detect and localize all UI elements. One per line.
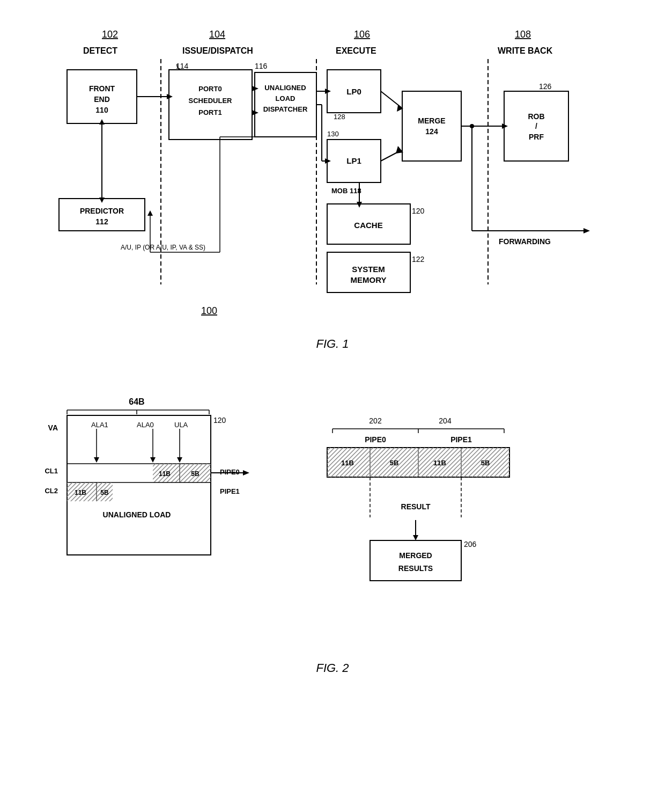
predictor-label: PREDICTOR [80, 207, 124, 215]
ref-114: 114 [176, 62, 189, 70]
ref-122: 122 [412, 255, 425, 264]
label-execute: EXECUTE [336, 46, 376, 55]
merged-results-box [370, 540, 461, 581]
lp0-label: LP0 [346, 87, 361, 96]
cl1-5b-label: 5B [191, 470, 200, 478]
forwarding-label: FORWARDING [499, 237, 551, 246]
merged-label1: MERGED [399, 551, 432, 560]
front-end-ref: 110 [95, 106, 108, 114]
dispatcher-box [255, 72, 316, 137]
cl2-5b-label: 5B [100, 489, 109, 496]
label-write-back: WRITE BACK [498, 46, 553, 55]
lp0-merge-arrow [381, 91, 401, 107]
rob-label: ROB [528, 112, 544, 121]
fig1-svg: 102 104 106 108 DETECT ISSUE/DISPATCH EX… [38, 21, 627, 333]
ref-104: 104 [209, 29, 225, 40]
unaligned-load-label: UNALIGNED LOAD [103, 510, 171, 519]
feedback-arrow-label: A/U, IP (OR A/U, IP, VA & SS) [121, 244, 205, 251]
ula-label: ULA [174, 421, 188, 429]
ref-120-fig2: 120 [213, 416, 226, 425]
ref-204: 204 [439, 416, 452, 425]
prf-label: PRF [529, 133, 544, 141]
cl1-label: CL1 [45, 467, 58, 475]
va-label: VA [48, 423, 58, 432]
result-merged-head [413, 535, 418, 540]
predictor-ref: 112 [95, 217, 108, 226]
fig1-diagram: 102 104 106 108 DETECT ISSUE/DISPATCH EX… [38, 21, 627, 333]
system-memory-label2: MEMORY [351, 275, 387, 284]
ref-106: 106 [354, 29, 370, 40]
ref-116: 116 [255, 62, 268, 70]
port0-label: PORT0 [198, 85, 221, 93]
label-issue-dispatch: ISSUE/DISPATCH [182, 46, 253, 55]
dispatcher-label3: DISPATCHER [263, 105, 308, 113]
pipe1-right-label: PIPE1 [450, 435, 472, 444]
page: 102 104 106 108 DETECT ISSUE/DISPATCH EX… [0, 0, 665, 812]
ref-120: 120 [412, 207, 425, 215]
dispatcher-label1: UNALIGNED [264, 84, 306, 92]
result-p1-5b-label: 5B [481, 459, 490, 467]
result-p0-11b-label: 11B [341, 459, 354, 467]
result-p1-11b-label: 11B [433, 459, 446, 467]
mob-label: MOB 118 [331, 187, 361, 195]
pipe0-right-label: PIPE0 [365, 435, 386, 444]
merge-label: MERGE [418, 116, 445, 125]
merge-ref: 124 [425, 127, 438, 136]
ref-128: 128 [334, 113, 345, 121]
ref-100: 100 [201, 305, 217, 316]
merge-box [402, 91, 461, 161]
ref-126: 126 [539, 82, 552, 91]
scheduler-box [169, 70, 252, 140]
cl2-11b-label: 11B [75, 489, 86, 496]
pipe0-label-left: PIPE0 [220, 468, 240, 476]
dispatcher-label2: LOAD [276, 94, 295, 103]
pipe1-label-left: PIPE1 [220, 487, 240, 495]
result-label: RESULT [401, 502, 431, 511]
lp1-label: LP1 [346, 156, 361, 165]
ala1-label: ALA1 [91, 421, 108, 429]
system-memory-label1: SYSTEM [352, 265, 385, 274]
front-end-label2: END [94, 95, 110, 104]
cache-label: CACHE [354, 221, 382, 230]
fig1-label: FIG. 1 [32, 337, 633, 351]
64b-label: 64B [129, 397, 144, 406]
fig2-svg: 64B 120 VA ALA1 ALA0 ULA [38, 389, 627, 657]
ref-202: 202 [369, 416, 382, 425]
cl1-11b-label: 11B [159, 470, 171, 478]
cl2-label: CL2 [45, 487, 58, 495]
port1-label: PORT1 [198, 108, 221, 116]
fig2-label: FIG. 2 [32, 661, 633, 675]
ref-206: 206 [464, 540, 477, 548]
feedback-head [147, 210, 153, 216]
result-p0-5b-label: 5B [390, 459, 399, 467]
ref-130: 130 [327, 130, 339, 138]
front-end-label: FRONT [89, 84, 115, 93]
pipe0-arrow-head [243, 470, 249, 476]
ref-108: 108 [515, 29, 531, 40]
label-detect: DETECT [83, 46, 117, 55]
ala0-label: ALA0 [137, 421, 154, 429]
scheduler-label: SCHEDULER [189, 97, 233, 105]
merged-label2: RESULTS [398, 564, 433, 573]
slash-label: / [535, 122, 537, 130]
fig2-diagram: 64B 120 VA ALA1 ALA0 ULA [38, 389, 627, 657]
forwarding-arrow-head [583, 228, 590, 233]
ref-102: 102 [102, 29, 118, 40]
